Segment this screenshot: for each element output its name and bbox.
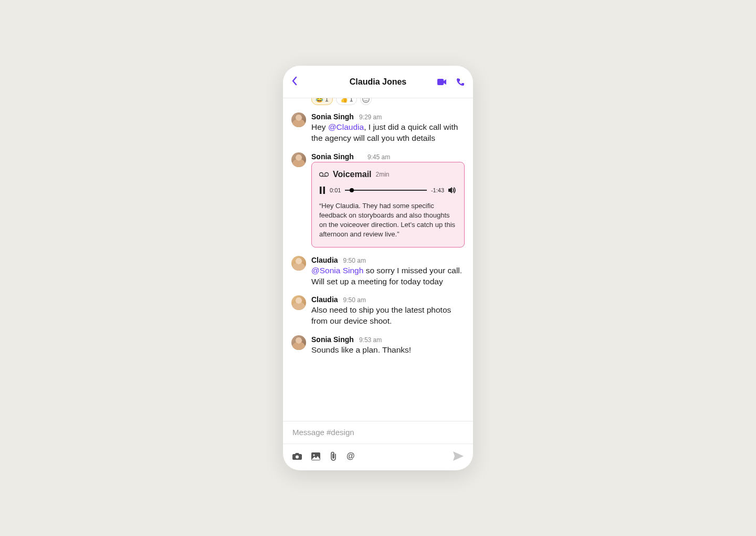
timestamp: 9:50 am — [343, 257, 366, 264]
message-header: Sonia Singh 9:29 am — [311, 112, 465, 121]
svg-point-11 — [313, 454, 314, 456]
reaction-emoji: 😂 — [316, 98, 323, 103]
message-item: Sonia Singh 9:29 am Hey @Claudia, I just… — [291, 112, 465, 144]
pause-icon[interactable] — [319, 187, 326, 194]
chevron-left-icon — [291, 76, 298, 86]
svg-point-5 — [325, 172, 329, 176]
avatar[interactable] — [291, 152, 306, 167]
svg-point-9 — [296, 456, 299, 459]
voicemail-transcript: “Hey Claudia. They had some specific fee… — [319, 201, 457, 240]
message-content: Sonia Singh 9:29 am Hey @Claudia, I just… — [311, 112, 465, 144]
reaction-pill[interactable]: 😂 1 — [311, 98, 333, 105]
volume-icon[interactable] — [448, 187, 457, 194]
add-reaction-button[interactable] — [360, 98, 372, 105]
sender-name: Claudia — [311, 256, 338, 264]
current-time: 0:01 — [330, 187, 341, 193]
svg-rect-7 — [320, 187, 322, 194]
reaction-count: 1 — [325, 98, 329, 103]
message-input[interactable]: Message #design — [283, 421, 473, 444]
phone-frame: Claudia Jones 😂 1 👍 1 — [283, 66, 473, 470]
svg-point-1 — [363, 98, 369, 102]
timestamp: 9:29 am — [359, 114, 382, 121]
camera-icon[interactable] — [292, 452, 302, 460]
message-item: Claudia 9:50 am Also need to ship you th… — [291, 295, 465, 327]
message-item: Sonia Singh 9:53 am Sounds like a plan. … — [291, 335, 465, 356]
sender-name: Sonia Singh — [311, 152, 354, 161]
svg-rect-8 — [323, 187, 326, 194]
avatar[interactable] — [291, 112, 306, 127]
avatar[interactable] — [291, 256, 306, 271]
svg-point-3 — [367, 98, 368, 99]
avatar[interactable] — [291, 335, 306, 350]
sender-name: Claudia — [311, 295, 338, 304]
reaction-count: 1 — [350, 98, 353, 103]
voicemail-duration: 2min — [376, 171, 390, 178]
sender-name: Sonia Singh — [311, 335, 354, 344]
smiley-icon — [362, 98, 370, 103]
reaction-pill[interactable]: 👍 1 — [336, 98, 358, 105]
avatar[interactable] — [291, 295, 306, 310]
chat-header: Claudia Jones — [283, 66, 473, 98]
timestamp: 9:50 am — [343, 296, 366, 304]
message-header: Claudia 9:50 am — [311, 295, 465, 304]
header-actions — [437, 78, 465, 86]
message-content: Sonia Singh 9:45 am Voicemail 2min — [311, 152, 465, 248]
message-text: Hey @Claudia, I just did a quick call wi… — [311, 122, 465, 144]
svg-point-4 — [320, 172, 323, 176]
svg-rect-0 — [437, 79, 444, 85]
mention[interactable]: @Claudia — [328, 122, 364, 131]
remaining-time: -1:43 — [431, 187, 444, 193]
progress-thumb[interactable] — [350, 188, 354, 192]
message-text: @Sonia Singh so sorry I missed your call… — [311, 265, 465, 287]
image-icon[interactable] — [311, 452, 320, 460]
message-header: Sonia Singh 9:45 am — [311, 152, 465, 161]
message-item: Claudia 9:50 am @Sonia Singh so sorry I … — [291, 256, 465, 287]
voicemail-title: Voicemail — [333, 170, 372, 179]
svg-point-2 — [365, 98, 366, 99]
input-placeholder: Message #design — [292, 428, 354, 437]
voicemail-card: Voicemail 2min 0:01 -1:43 — [311, 162, 465, 248]
message-header: Sonia Singh 9:53 am — [311, 335, 465, 344]
message-content: Claudia 9:50 am Also need to ship you th… — [311, 295, 465, 327]
message-header: Claudia 9:50 am — [311, 256, 465, 264]
composer: Message #design @ — [283, 421, 473, 470]
voicemail-header: Voicemail 2min — [319, 170, 457, 179]
message-item: Sonia Singh 9:45 am Voicemail 2min — [291, 152, 465, 248]
chat-title: Claudia Jones — [350, 77, 406, 87]
message-list[interactable]: 😂 1 👍 1 Sonia Singh — [283, 98, 473, 421]
message-text: Also need to ship you the latest photos … — [311, 305, 465, 327]
audio-player: 0:01 -1:43 — [319, 187, 457, 194]
mention[interactable]: @Sonia Singh — [311, 266, 363, 275]
back-button[interactable] — [291, 76, 298, 88]
sender-name: Sonia Singh — [311, 112, 354, 121]
composer-actions: @ — [283, 444, 473, 470]
video-call-icon[interactable] — [437, 78, 447, 86]
reaction-emoji: 👍 — [340, 98, 348, 103]
send-icon[interactable] — [453, 451, 464, 461]
attachment-icon[interactable] — [330, 451, 337, 461]
mention-icon[interactable]: @ — [346, 451, 355, 461]
message-content: Claudia 9:50 am @Sonia Singh so sorry I … — [311, 256, 465, 287]
progress-bar[interactable] — [345, 190, 427, 191]
phone-call-icon[interactable] — [456, 78, 465, 86]
timestamp: 9:53 am — [359, 336, 382, 344]
voicemail-icon — [319, 172, 329, 177]
message-text: Sounds like a plan. Thanks! — [311, 345, 465, 356]
message-content: Sonia Singh 9:53 am Sounds like a plan. … — [311, 335, 465, 356]
timestamp: 9:45 am — [368, 153, 390, 161]
reactions-row: 😂 1 👍 1 — [311, 98, 465, 105]
